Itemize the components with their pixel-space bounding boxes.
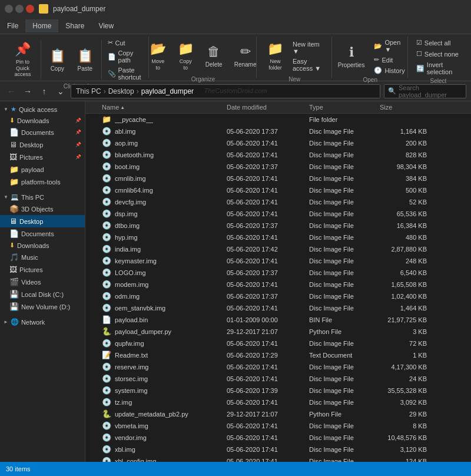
copy-button[interactable]: 📋 Copy: [45, 45, 70, 75]
sidebar-item-music[interactable]: 🎵 Music: [0, 251, 85, 263]
table-row[interactable]: 💿 vbmeta.img 05-06-2020 17:41 Disc Image…: [85, 420, 471, 432]
search-box[interactable]: 🔍 Search payload_dumper: [384, 84, 466, 98]
table-row[interactable]: 📄 payload.bin 01-01-2009 00:00 BIN File …: [85, 314, 471, 326]
col-header-type[interactable]: Type: [309, 104, 380, 111]
rename-button[interactable]: ✏ Rename: [230, 41, 261, 71]
edit-button[interactable]: ✏ Edit: [372, 55, 407, 65]
forward-button[interactable]: →: [21, 85, 34, 98]
table-row[interactable]: 💿 abl.img 05-06-2020 17:37 Disc Image Fi…: [85, 125, 471, 137]
table-row[interactable]: 💿 modem.img 05-06-2020 17:41 Disc Image …: [85, 279, 471, 290]
back-button[interactable]: ←: [5, 85, 18, 98]
table-row[interactable]: 💿 xbl_config.img 05-06-2020 17:41 Disc I…: [85, 455, 471, 462]
table-row[interactable]: 💿 vendor.img 05-06-2020 17:41 Disc Image…: [85, 432, 471, 444]
sidebar-item-desktop[interactable]: 🖥 Desktop: [0, 215, 85, 227]
breadcrumb-thispc[interactable]: This PC: [76, 87, 101, 95]
col-header-size[interactable]: Size: [380, 104, 433, 111]
paste-shortcut-button[interactable]: 📎 Paste shortcut: [105, 65, 144, 82]
table-row[interactable]: 💿 reserve.img 05-06-2020 17:41 Disc Imag…: [85, 361, 471, 373]
sidebar-item-downloads[interactable]: ⬇ Downloads: [0, 240, 85, 251]
table-row[interactable]: 💿 cmnlib64.img 05-06-2020 17:41 Disc Ima…: [85, 184, 471, 196]
table-row[interactable]: 💿 india.img 05-06-2020 17:42 Disc Image …: [85, 243, 471, 255]
sidebar-item-pictures-quick[interactable]: 🖼 Pictures: [0, 151, 85, 163]
invert-selection-button[interactable]: 🔄 Invert selection: [414, 60, 463, 77]
sidebar-item-local-disk[interactable]: 💾 Local Disk (C:): [0, 288, 85, 300]
table-row[interactable]: 🐍 update_metadata_pb2.py 29-12-2017 21:0…: [85, 408, 471, 420]
select-none-button[interactable]: ☐ Select none: [414, 49, 463, 59]
up-button[interactable]: ↑: [38, 85, 51, 98]
minimize-button[interactable]: [5, 5, 13, 13]
table-row[interactable]: 💿 cmnlib.img 05-06-2020 17:41 Disc Image…: [85, 173, 471, 184]
table-row[interactable]: 💿 oem_stanvbk.img 05-06-2020 17:41 Disc …: [85, 302, 471, 314]
table-row[interactable]: 💿 dtbo.img 05-06-2020 17:37 Disc Image F…: [85, 220, 471, 232]
sidebar-item-documents-quick[interactable]: 📄 Documents: [0, 126, 85, 138]
recent-locations-button[interactable]: ⌄: [54, 85, 67, 98]
file-date: 05-06-2020 17:41: [227, 446, 309, 453]
desktop-icon: 🖥: [9, 140, 17, 149]
table-row[interactable]: 💿 qupfw.img 05-06-2020 17:41 Disc Image …: [85, 338, 471, 349]
breadcrumb-desktop[interactable]: Desktop: [108, 87, 134, 95]
table-row[interactable]: 🐍 payload_dumper.py 29-12-2017 21:07 Pyt…: [85, 326, 471, 338]
pin-to-quick-access-button[interactable]: 📌 Pin to Quickaccess: [8, 38, 37, 81]
table-row[interactable]: 💿 keymaster.img 05-06-2020 17:41 Disc Im…: [85, 255, 471, 267]
sidebar-item-platform-tools[interactable]: 📁 platform-tools: [0, 176, 85, 188]
easy-access-button[interactable]: Easy access ▼: [290, 57, 327, 73]
sidebar-item-new-volume[interactable]: 💾 New Volume (D:): [0, 300, 85, 313]
menu-file[interactable]: File: [0, 19, 25, 32]
invert-icon: 🔄: [416, 65, 424, 72]
table-row[interactable]: 📁 __pycache__ File folder: [85, 114, 471, 125]
window-controls[interactable]: [5, 5, 34, 13]
new-folder-button[interactable]: 📁 Newfolder: [263, 38, 288, 75]
this-pc-header[interactable]: ▼ 💻 This PC: [0, 191, 85, 203]
table-row[interactable]: 💿 devcfg.img 05-06-2020 17:41 Disc Image…: [85, 196, 471, 208]
table-row[interactable]: 💿 storsec.img 05-06-2020 17:41 Disc Imag…: [85, 373, 471, 385]
table-row[interactable]: 💿 LOGO.img 05-06-2020 17:37 Disc Image F…: [85, 267, 471, 279]
select-all-button[interactable]: ☑ Select all: [414, 38, 463, 48]
table-row[interactable]: 💿 tz.img 05-06-2020 17:41 Disc Image Fil…: [85, 396, 471, 408]
copy-path-button[interactable]: 📄 Copy path: [105, 48, 144, 65]
table-row[interactable]: 💿 odm.img 05-06-2020 17:37 Disc Image Fi…: [85, 290, 471, 302]
address-path[interactable]: This PC › Desktop › payload_dumper: [71, 84, 380, 98]
cut-button[interactable]: ✂ Cut: [105, 38, 144, 48]
table-row[interactable]: 📝 Readme.txt 05-06-2020 17:29 Text Docum…: [85, 349, 471, 361]
history-button[interactable]: 🕐 History: [372, 65, 407, 75]
sidebar-item-documents[interactable]: 📄 Documents: [0, 227, 85, 240]
sidebar-item-3d-objects[interactable]: 📦 3D Objects: [0, 203, 85, 215]
file-icon: 💿: [102, 362, 111, 371]
table-row[interactable]: 💿 aop.img 05-06-2020 17:41 Disc Image Fi…: [85, 137, 471, 149]
sidebar-item-desktop-quick[interactable]: 🖥 Desktop: [0, 138, 85, 151]
new-item-button[interactable]: New item ▼: [290, 39, 327, 56]
file-size: 4,17,300 KB: [380, 363, 433, 371]
menu-share[interactable]: Share: [58, 19, 91, 32]
close-button[interactable]: [26, 5, 34, 13]
table-row[interactable]: 💿 dsp.img 05-06-2020 17:41 Disc Image Fi…: [85, 208, 471, 220]
file-date: 05-06-2020 17:41: [227, 210, 309, 217]
quick-access-header[interactable]: ▼ ★ Quick access: [0, 104, 85, 115]
table-row[interactable]: 💿 bluetooth.img 05-06-2020 17:41 Disc Im…: [85, 149, 471, 161]
maximize-button[interactable]: [15, 5, 24, 13]
breadcrumb-payload-dumper[interactable]: payload_dumper: [141, 87, 194, 95]
table-row[interactable]: 💿 hyp.img 05-06-2020 17:41 Disc Image Fi…: [85, 232, 471, 243]
delete-button[interactable]: 🗑 Delete: [201, 41, 227, 71]
open-button[interactable]: 📂 Open ▼: [372, 38, 407, 54]
col-header-date[interactable]: Date modified: [227, 104, 309, 111]
sidebar-item-videos[interactable]: 🎬 Videos: [0, 276, 85, 288]
file-size: 29 KB: [380, 411, 433, 418]
copy-to-button[interactable]: 📁 Copyto: [173, 38, 198, 75]
sidebar-item-downloads-quick[interactable]: ⬇ Downloads: [0, 115, 85, 126]
network-header[interactable]: ► 🌐 Network: [0, 316, 85, 328]
col-header-name[interactable]: Name ▲: [85, 104, 227, 111]
file-name: aop.img: [115, 140, 138, 147]
file-type: Disc Image File: [309, 458, 380, 462]
properties-button[interactable]: ℹ Properties: [333, 41, 370, 72]
ribbon-select-group: ☑ Select all ☐ Select none 🔄 Invert sele…: [409, 37, 467, 78]
file-date: 05-06-2020 17:41: [227, 151, 309, 158]
menu-home[interactable]: Home: [25, 19, 58, 32]
paste-button[interactable]: 📋 Paste: [72, 45, 98, 75]
table-row[interactable]: 💿 boot.img 05-06-2020 17:37 Disc Image F…: [85, 161, 471, 173]
sidebar-item-payload[interactable]: 📁 payload: [0, 163, 85, 176]
table-row[interactable]: 💿 xbl.img 05-06-2020 17:41 Disc Image Fi…: [85, 444, 471, 455]
sidebar-item-pictures[interactable]: 🖼 Pictures: [0, 263, 85, 276]
table-row[interactable]: 💿 system.img 05-06-2020 17:39 Disc Image…: [85, 385, 471, 396]
menu-view[interactable]: View: [91, 19, 121, 32]
move-to-button[interactable]: 📂 Moveto: [145, 38, 171, 75]
